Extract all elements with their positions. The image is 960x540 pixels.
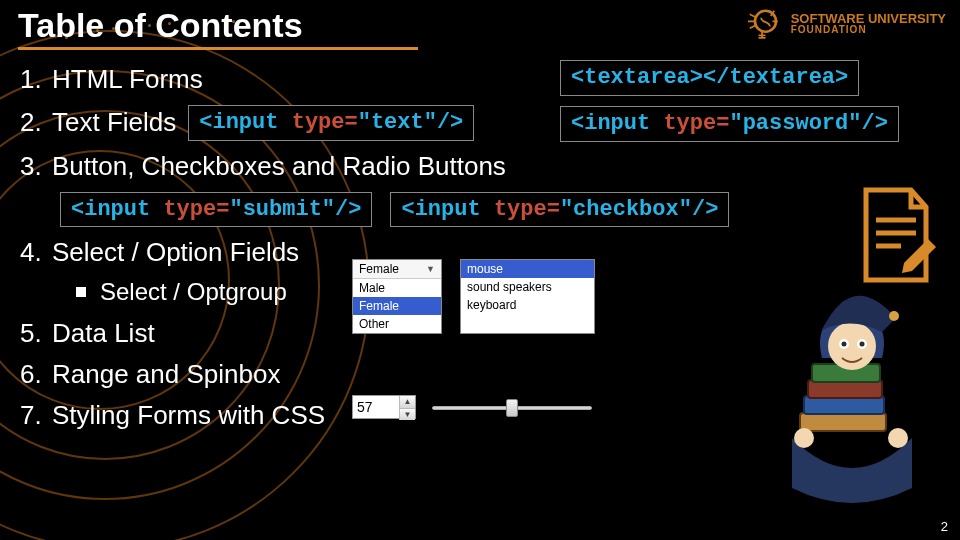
toc-num: 3. [20, 151, 40, 182]
toc-text: Styling Forms with CSS [52, 400, 325, 431]
toc-text: Text Fields [52, 107, 176, 138]
range-slider[interactable] [432, 397, 592, 417]
svg-point-15 [794, 428, 814, 448]
toc-num: 5. [20, 318, 40, 349]
select-current: Female [359, 262, 399, 276]
svg-point-11 [842, 342, 847, 347]
mascot-wizard-icon [762, 288, 942, 508]
select-option[interactable]: sound speakers [461, 278, 594, 296]
spin-down-icon[interactable]: ▼ [399, 408, 415, 420]
select-option[interactable]: Male [353, 279, 441, 297]
page-title: Table of Contents [18, 6, 418, 50]
toc-num: 1. [20, 64, 40, 95]
bullet-square-icon [76, 287, 86, 297]
select-option[interactable]: Female [353, 297, 441, 315]
toc-num: 7. [20, 400, 40, 431]
chevron-down-icon: ▼ [426, 264, 435, 274]
toc-num: 6. [20, 359, 40, 390]
spinbox-input[interactable] [353, 396, 399, 418]
select-option[interactable]: mouse [461, 260, 594, 278]
logo-line2: FOUNDATION [791, 25, 946, 35]
toc-text: HTML Forms [52, 64, 203, 95]
spin-up-icon[interactable]: ▲ [399, 396, 415, 408]
code-input-submit: <input type="submit"/> [60, 192, 372, 228]
toc-text: Select / Option Fields [52, 237, 299, 268]
svg-point-14 [889, 311, 899, 321]
toc-item-3: 3. Button, Checkboxes and Radio Buttons [20, 151, 940, 182]
code-input-checkbox: <input type="checkbox"/> [390, 192, 729, 228]
spinbox[interactable]: ▲ ▼ [352, 395, 416, 419]
svg-point-13 [860, 342, 865, 347]
toc-text: Data List [52, 318, 155, 349]
code-input-password: <input type="password"/> [560, 106, 899, 142]
select-examples: Female▼ Male Female Other mouse sound sp… [352, 259, 595, 334]
toc-text: Button, Checkboxes and Radio Buttons [52, 151, 506, 182]
code-textarea: <textarea></textarea> [560, 60, 859, 96]
toc-num: 2. [20, 107, 40, 138]
lightbulb-icon [741, 2, 783, 44]
page-number: 2 [941, 519, 948, 534]
document-edit-icon [856, 185, 936, 285]
toc-text: Range and Spinbox [52, 359, 280, 390]
logo: SOFTWARE UNIVERSITY FOUNDATION [741, 2, 946, 44]
code-input-text: <input type="text"/> [188, 105, 474, 141]
toc-num: 4. [20, 237, 40, 268]
toc-subtext: Select / Optgroup [100, 278, 287, 306]
logo-line1: SOFTWARE UNIVERSITY [791, 12, 946, 25]
select-option[interactable]: Other [353, 315, 441, 333]
select-hardware[interactable]: mouse sound speakers keyboard [460, 259, 595, 334]
range-spinbox-example: ▲ ▼ [352, 395, 592, 419]
select-option[interactable]: keyboard [461, 296, 594, 314]
svg-rect-5 [800, 413, 886, 431]
select-gender[interactable]: Female▼ Male Female Other [352, 259, 442, 334]
slider-thumb[interactable] [506, 399, 518, 417]
svg-point-16 [888, 428, 908, 448]
